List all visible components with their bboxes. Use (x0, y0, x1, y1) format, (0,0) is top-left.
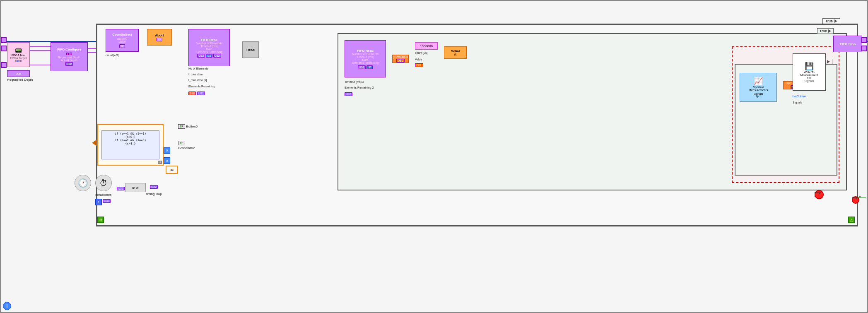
true-arrow-spectral (827, 60, 830, 63)
spectral-measurements-frame: True 📈 Spectral Measurements Signals FFT (732, 46, 839, 183)
senial-label: Señal (451, 49, 460, 53)
left-term-bot (1, 62, 7, 68)
right-term-top (861, 37, 867, 43)
fifo-read-1-block[interactable]: FIFO.Read Number of Elements Timeout (ms… (188, 29, 230, 66)
const-0-block: 0 (164, 147, 170, 154)
dbl-badge: DBL (396, 59, 405, 63)
fpga-target-label: FPGA Target (10, 57, 27, 60)
true-label-inner: True (817, 28, 834, 34)
button0-tf: TF (180, 125, 183, 128)
senial-block[interactable]: Señal dt (444, 46, 467, 59)
count-usec-label: Count(uSec) (112, 33, 132, 36)
count-usec-block[interactable]: Count(uSec) Button0 LED0 TF (106, 29, 139, 52)
iter-left-marker: ⊞ (97, 217, 104, 223)
info-badge[interactable]: i (3, 302, 11, 310)
no-elements-label1: No of Elements (188, 67, 208, 70)
iter-num-value: 1 (98, 200, 99, 204)
const-1000000-inner: 1000000 (415, 42, 438, 50)
u32-badge: U32 (16, 72, 21, 75)
u32b2: U32 (213, 54, 221, 58)
button0-ctrl-label: Button0 (186, 125, 198, 128)
button0-ctrl[interactable]: TF (178, 124, 185, 129)
value-inner-label: Value (415, 58, 422, 61)
iter-arrow: ⊞ (99, 218, 102, 222)
s48-badge: S48 (188, 91, 196, 95)
timing-clock-icon: ⏱ (99, 178, 108, 188)
button0-ctrl-area: TF Button0 (178, 124, 198, 129)
true-label-main: True (822, 18, 840, 24)
dbl-badge2: DBL (415, 63, 423, 67)
u32-inner1: U32 (345, 92, 352, 96)
i32b2: I32 (366, 65, 373, 69)
fifo-read-1-label: FIFO.Read (201, 38, 217, 42)
stop2-label: stop 2 (852, 195, 861, 199)
grabando-label: Grabando? (178, 146, 195, 150)
if-code-display: if (e==1 && s1==1) {s=0;} if (e==1 && s1… (101, 130, 159, 159)
elements-rem-label2: Elements Remaining (188, 85, 215, 88)
u32b1: U32 (197, 54, 205, 58)
clock-icon: 🕐 (78, 178, 88, 188)
signals-bottom-label: Signals (793, 101, 802, 104)
elem-rem-label1: Elements Remaining (196, 51, 223, 53)
i32b1: I32 (206, 54, 212, 58)
t-muestreo-label: t_muestreo [s] (188, 79, 207, 82)
stop-label: stop (815, 190, 821, 194)
dt-label: dt (454, 53, 457, 56)
fifo-configure-block[interactable]: FIFO.Configure Requested Depth Actual De… (51, 42, 88, 71)
num-elements-label1: Number of Elements (196, 42, 222, 45)
fpga-final-block[interactable]: 📟 FPGA final FPGA Target RIO0 (7, 42, 30, 67)
data-label1: Data (206, 48, 212, 51)
write-file-label: Write To Measurement File (800, 71, 818, 79)
bool-badge: TF (119, 44, 125, 48)
button0-label: Button0 (117, 37, 127, 40)
fft-label: FFT (756, 95, 761, 98)
const-1000000-inner-value: 1000000 (420, 44, 433, 48)
grabando-tf: TF (180, 142, 183, 144)
grabando-ctrl-area: TF Grabando? (178, 141, 195, 150)
fpga-icon: 📟 (15, 47, 22, 54)
grabando-ctrl[interactable]: TF (178, 141, 185, 145)
timing-clock-block[interactable]: ⏱ (95, 175, 112, 191)
clock-block[interactable]: 🕐 (75, 175, 91, 191)
elements-rem2-label: Elements Remaining 2 (345, 86, 374, 89)
left-term-top (1, 37, 7, 43)
iter-num-block: 1 (95, 199, 102, 205)
requested-depth-port: Requested Depth (58, 56, 80, 59)
timeout-ms-label2: Timeout (ms) (357, 55, 374, 58)
const-0-value2: 0 (166, 159, 168, 163)
u32-timing: U32 (117, 187, 125, 190)
u32-out-badge: U32 (65, 62, 73, 66)
signals-in-label: Signals (754, 92, 763, 95)
u32b3: U32 (358, 65, 366, 69)
fifo-stop-block[interactable]: FIFO.Stop (833, 36, 862, 52)
if-block[interactable]: if (e==1 && s1==1) {s=0;} if (e==1 && s1… (97, 124, 164, 166)
actual-depth-port: Actual Depth (61, 59, 77, 62)
spectral-block[interactable]: 📈 Spectral Measurements Signals FFT (740, 73, 777, 102)
signals-out-label: Signals (805, 79, 814, 82)
const-0-value: 0 (166, 149, 168, 152)
spectral-label: Spectral Measurements (749, 86, 768, 91)
fifo-in-term2 (70, 53, 72, 55)
write-file-icon: 💾 (805, 62, 814, 71)
abort-type: TF (157, 38, 163, 41)
fifo-read-2-block[interactable]: FIFO.Read Number of Elements Timeout (ms… (345, 40, 386, 77)
left-term-mid (1, 46, 7, 51)
led0-label: LED0 (118, 40, 126, 43)
main-while-loop: True Count(uSec) Button0 LED0 TF count [… (96, 24, 858, 226)
tdms-path-label: b/u/1.tdms (793, 95, 806, 98)
dbl-label: (10*x)/4096 (393, 55, 408, 58)
if-triangle (92, 140, 97, 146)
count-us-inner-label: count [us] (415, 51, 427, 54)
fpga-rio-label: RIO0 (15, 60, 22, 63)
requested-depth-block[interactable]: U32 (7, 70, 30, 77)
labview-canvas: 📟 FPGA final FPGA Target RIO0 U32 Reques… (0, 0, 868, 313)
fpga-final-label: FPGA final (12, 54, 25, 57)
num-elements-label2: Number of Elements (352, 53, 379, 55)
spectral-icon: 📈 (754, 77, 763, 86)
fifo-in-term1 (66, 53, 69, 55)
abort-label: Abort (155, 34, 164, 37)
requested-depth-label: Requested Depth (7, 78, 33, 82)
write-file-block[interactable]: 💾 Write To Measurement File Signals (793, 53, 826, 91)
abort-block[interactable]: Abort TF (147, 29, 172, 46)
true-arrow-main (834, 19, 837, 23)
